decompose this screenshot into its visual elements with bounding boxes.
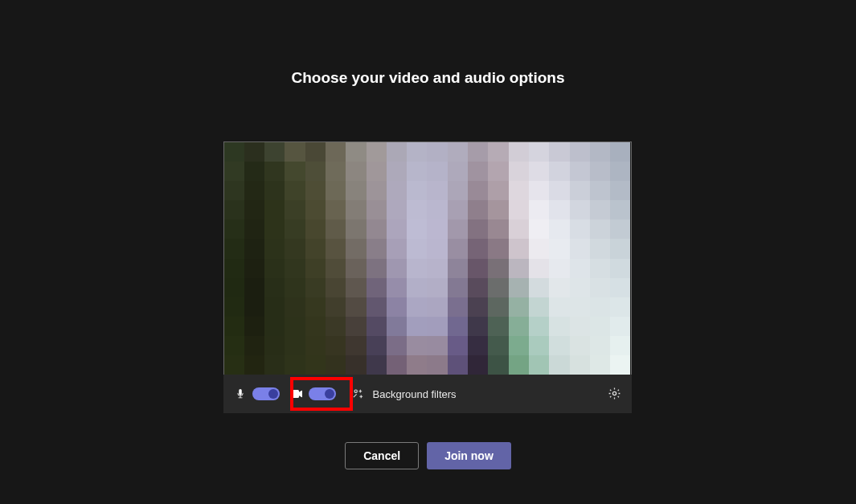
mic-control-group [233,387,280,401]
sparkle-icon [352,387,365,400]
svg-point-1 [612,391,616,395]
mic-toggle[interactable] [252,387,280,400]
gear-icon[interactable] [608,387,622,401]
controls-bar: Background filters [223,375,632,413]
action-buttons: Cancel Join now [345,442,511,469]
join-now-button[interactable]: Join now [427,442,511,469]
page-title: Choose your video and audio options [292,69,565,87]
background-filters-group[interactable]: Background filters [352,387,457,400]
microphone-icon [233,387,248,401]
preview-container: Background filters [223,141,633,413]
toggle-knob [325,389,334,399]
camera-icon [289,387,304,401]
svg-point-0 [354,390,357,392]
video-preview [223,141,632,375]
cancel-button[interactable]: Cancel [345,442,419,469]
pixelated-preview [224,142,631,375]
camera-toggle[interactable] [309,387,336,400]
camera-control-group [289,387,336,401]
toggle-knob [268,389,278,399]
background-filters-label: Background filters [373,388,457,400]
